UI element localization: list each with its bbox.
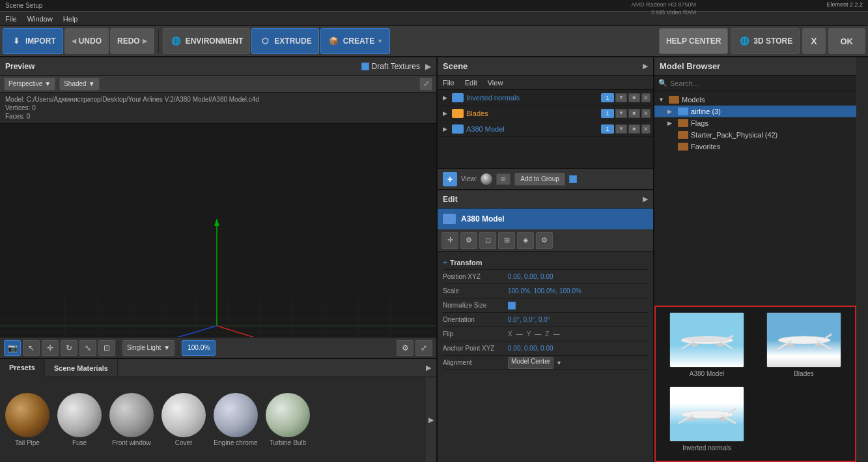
presets-expand-icon[interactable]: ▶ xyxy=(423,364,434,372)
preview-expand-icon[interactable]: ▶ xyxy=(425,62,431,71)
scene-item-a380[interactable]: ▶ A380 Model 1 ▼ ■ ✕ xyxy=(438,121,653,137)
flip-z-button[interactable]: — xyxy=(553,330,559,338)
perspective-dropdown[interactable]: Perspective ▼ xyxy=(4,78,55,91)
scene-del-3[interactable]: ✕ xyxy=(641,124,651,134)
mb-item-flags[interactable]: ▶ Flags xyxy=(654,117,856,129)
scale-values[interactable]: 100.0%, 100.0%, 100.0% xyxy=(508,287,581,295)
mb-thumb-inverted[interactable]: Inverted normals xyxy=(661,386,753,455)
camera-tool-button[interactable]: 📷 xyxy=(4,340,21,356)
mb-item-favorites[interactable]: Favorites xyxy=(654,141,856,152)
scene-item-blades[interactable]: ▶ Blades 1 ▼ ■ ✕ xyxy=(438,106,653,121)
alignment-label: Alignment xyxy=(443,359,508,366)
add-to-group-button[interactable]: Add to Group xyxy=(514,173,565,186)
normalize-checkbox[interactable] xyxy=(508,302,516,310)
scene-hide-2[interactable]: ■ xyxy=(628,109,640,118)
material-tail-pipe[interactable]: Tail Pipe xyxy=(5,393,49,446)
flip-y-button[interactable]: — xyxy=(535,330,541,338)
scene-del-1[interactable]: ✕ xyxy=(641,93,651,102)
fullscreen-button[interactable]: ⤢ xyxy=(419,78,432,91)
search-input[interactable] xyxy=(670,79,852,87)
scene-badge-2: 1 xyxy=(601,109,614,118)
front-window-label: Front window xyxy=(112,439,150,446)
more-edit-button[interactable]: ⚙ xyxy=(536,232,553,249)
scene-hide-3[interactable]: ■ xyxy=(628,124,640,134)
position-row: Position XYZ 0.00, 0.00, 0.00 xyxy=(443,270,648,284)
material-fuse[interactable]: Fuse xyxy=(57,393,102,446)
fullscreen-tool-button[interactable]: ⤢ xyxy=(415,340,432,356)
mb-item-airline[interactable]: ▶ airline (3) xyxy=(654,106,856,117)
fuse-ball xyxy=(57,393,102,437)
light-select[interactable]: Single Light ▼ xyxy=(122,340,175,356)
scene-menu-file[interactable]: File xyxy=(443,79,455,87)
extrude-button[interactable]: ⬡ EXTRUDE xyxy=(251,28,318,54)
anchor-values[interactable]: 0.00, 0.00, 0.00 xyxy=(508,345,553,352)
presets-scroll-right[interactable]: ▶ xyxy=(426,377,436,462)
environment-icon: 🌐 xyxy=(170,35,183,48)
scene-vis-3[interactable]: ▼ xyxy=(615,124,627,134)
edit-expand-icon[interactable]: ▶ xyxy=(643,195,648,203)
scene-item-arrow-3[interactable]: ▶ xyxy=(440,124,449,134)
position-x-value[interactable]: 0.00, 0.00, 0.00 xyxy=(508,273,553,280)
view-sphere[interactable] xyxy=(481,173,492,185)
menu-help[interactable]: Help xyxy=(63,15,78,23)
settings-edit-button[interactable]: ⚙ xyxy=(460,232,477,249)
shape-edit-button[interactable]: ◈ xyxy=(517,232,534,249)
inverted-plane-svg xyxy=(675,398,740,431)
mb-item-models[interactable]: ▼ Models xyxy=(654,94,856,106)
material-turbine-bulb[interactable]: Turbine Bulb xyxy=(266,393,310,446)
fit-tool-button[interactable]: ⊡ xyxy=(98,340,115,356)
rotate-tool-button[interactable]: ↻ xyxy=(61,340,77,356)
help-button[interactable]: HELP CENTER xyxy=(659,28,728,54)
create-button[interactable]: 📦 CREATE ▼ xyxy=(320,28,390,54)
menu-window[interactable]: Window xyxy=(27,15,53,23)
scene-del-2[interactable]: ✕ xyxy=(641,109,651,118)
orient-values[interactable]: 0.0°, 0.0°, 0.0° xyxy=(508,316,550,323)
viewport[interactable] xyxy=(0,124,436,337)
move-edit-button[interactable]: ✛ xyxy=(441,232,458,249)
scene-materials-tab[interactable]: Scene Materials xyxy=(45,359,118,377)
3dstore-button[interactable]: 🌐 3D STORE xyxy=(731,28,800,54)
select-tool-button[interactable]: ↖ xyxy=(23,340,40,356)
group-edit-button[interactable]: ⊞ xyxy=(498,232,515,249)
a380-plane-svg xyxy=(675,324,740,356)
mb-item-starter-pack[interactable]: Starter_Pack_Physical (42) xyxy=(654,129,856,141)
view-grid-button[interactable]: ⊞ xyxy=(496,173,511,185)
draft-textures-checkbox[interactable] xyxy=(361,63,369,70)
mb-thumb-a380[interactable]: A380 Model xyxy=(661,312,753,381)
mb-thumb-blades[interactable]: Blades xyxy=(758,312,850,381)
material-front-window[interactable]: Front window xyxy=(109,393,154,446)
box-edit-button[interactable]: ◻ xyxy=(479,232,496,249)
flip-x-button[interactable]: — xyxy=(516,330,523,338)
presets-section: Presets Scene Materials ▶ Tail Pipe Fuse… xyxy=(0,358,436,462)
close-button[interactable]: X xyxy=(802,28,825,54)
shaded-dropdown[interactable]: Shaded ▼ xyxy=(59,78,99,91)
group-check-box[interactable] xyxy=(569,175,577,183)
ok-button[interactable]: OK xyxy=(828,28,866,54)
material-engine-chrome[interactable]: Engine chrome xyxy=(214,393,258,446)
environment-button[interactable]: 🌐 ENVIRONMENT xyxy=(163,28,251,54)
scene-vis-2[interactable]: ▼ xyxy=(615,109,627,118)
scene-menu-edit[interactable]: Edit xyxy=(465,79,477,87)
scale-tool-button[interactable]: ⤡ xyxy=(79,340,96,356)
move-tool-button[interactable]: ✛ xyxy=(42,340,59,356)
material-cover[interactable]: Cover xyxy=(161,393,206,446)
scene-menu-view[interactable]: View xyxy=(488,79,503,87)
undo-button[interactable]: ◀ UNDO xyxy=(64,28,109,54)
scene-item-arrow-1[interactable]: ▶ xyxy=(440,93,449,102)
mb-label-favorites: Favorites xyxy=(691,143,720,151)
scene-expand-icon[interactable]: ▶ xyxy=(643,62,648,70)
add-scene-item-button[interactable]: + xyxy=(443,172,457,186)
menu-file[interactable]: File xyxy=(5,15,17,23)
redo-button[interactable]: REDO ▶ xyxy=(110,28,154,54)
import-button[interactable]: ⬇ IMPORT xyxy=(3,28,63,54)
scene-item-arrow-2[interactable]: ▶ xyxy=(440,109,449,118)
settings-tool-button[interactable]: ⚙ xyxy=(397,340,413,356)
scene-vis-1[interactable]: ▼ xyxy=(615,93,627,102)
scene-hide-1[interactable]: ■ xyxy=(628,93,640,102)
mb-thumb-img-inverted xyxy=(669,386,744,442)
model-center-select[interactable]: Model Center xyxy=(508,357,553,369)
scene-item-inverted-normals[interactable]: ▶ Inverted normals 1 ▼ ■ ✕ xyxy=(438,90,653,106)
preview-title: Preview xyxy=(5,62,35,71)
presets-tab[interactable]: Presets xyxy=(0,359,45,377)
zoom-display[interactable]: 100.0% xyxy=(182,340,216,356)
